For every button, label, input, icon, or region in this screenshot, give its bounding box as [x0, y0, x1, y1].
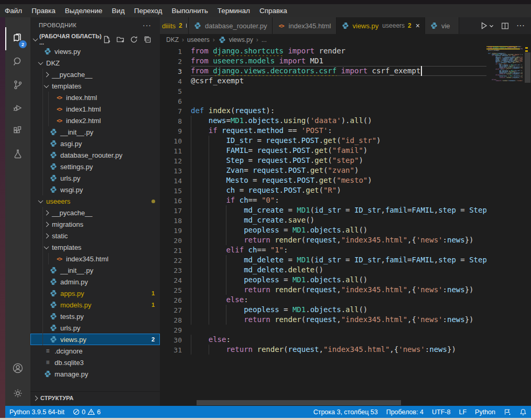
problems-status[interactable]: 0 6: [69, 406, 105, 418]
menu-item-6[interactable]: Выполнить: [167, 4, 212, 17]
encoding-status[interactable]: UTF-8: [428, 406, 454, 418]
menu-item-5[interactable]: Переход: [129, 4, 167, 17]
run-python-file-button[interactable]: [480, 21, 494, 30]
menu-item-4[interactable]: Вид: [107, 4, 129, 17]
eol-status[interactable]: LF: [454, 406, 471, 418]
tree-file-wsgi-py[interactable]: wsgi.py: [30, 184, 160, 195]
tree-file-tests-py[interactable]: tests.py: [30, 311, 160, 322]
tree-file-asgi-py[interactable]: asgi.py: [30, 138, 160, 149]
vertical-scrollbar-thumb[interactable]: [525, 52, 530, 83]
feedback-icon[interactable]: [500, 406, 515, 418]
code-line-22: 22 md_delete = MD1(id_str = ID_str,famil…: [160, 255, 486, 265]
notifications-bell-icon[interactable]: [515, 406, 531, 418]
line-number: 21: [160, 245, 182, 255]
menu-item-8[interactable]: Справка: [255, 4, 292, 17]
tab-index345.html[interactable]: <>index345.html: [273, 17, 337, 34]
tab-close-icon[interactable]: ×: [416, 21, 420, 30]
indent-guide: [209, 195, 209, 205]
tab-vie[interactable]: vie: [425, 17, 459, 34]
tree-file-urls-py[interactable]: urls.py: [30, 322, 160, 334]
code-line-5: 5: [160, 86, 486, 96]
tree-folder-DKZ[interactable]: DKZ: [30, 57, 160, 69]
outline-section-header[interactable]: СТРУКТУРА: [30, 391, 160, 404]
tree-file--init-py[interactable]: __init__.py: [30, 264, 160, 276]
code-editor[interactable]: 1from django.shortcuts import render2fro…: [160, 45, 531, 406]
tree-file-manage-py[interactable]: manage.py: [30, 368, 160, 380]
tree-file-index345-html[interactable]: <>index345.html: [30, 253, 160, 264]
breadcrumb-item-DKZ[interactable]: DKZ: [166, 36, 179, 43]
indentation-status[interactable]: Пробелов: 4: [382, 406, 428, 418]
tree-file-db-sqlite3[interactable]: ≡db.sqlite3: [30, 357, 160, 368]
menu-item-3[interactable]: Выделение: [60, 4, 107, 17]
tree-indent-guide: [42, 103, 43, 115]
tree-file-apps-py[interactable]: apps.py1: [30, 288, 160, 299]
tree-file-index1-html[interactable]: <>index1.html: [30, 103, 160, 115]
tree-folder-migrations[interactable]: migrations: [30, 218, 160, 230]
python-interpreter-status[interactable]: Python 3.9.5 64-bit: [5, 406, 69, 418]
indent-guide: [209, 225, 209, 235]
tree-folder-useeers[interactable]: useeers: [30, 195, 160, 207]
tree-indent-guide: [42, 149, 43, 161]
horizontal-scrollbar[interactable]: [160, 400, 524, 405]
account-icon[interactable]: [5, 357, 30, 380]
refresh-icon[interactable]: [130, 36, 138, 43]
chevron-right-icon: [44, 72, 49, 77]
tab-views.py[interactable]: views.pyuseeers2×: [337, 17, 425, 34]
collapse-all-icon[interactable]: [144, 36, 151, 43]
tree-file-database-roouter-py[interactable]: database_roouter.py: [30, 149, 160, 161]
search-icon[interactable]: [5, 50, 30, 73]
chevron-down-icon: [44, 244, 49, 249]
menu-item-2[interactable]: Правка: [27, 4, 60, 17]
menu-item-1[interactable]: Файл: [0, 4, 27, 17]
tree-file--dcignore[interactable]: ≡.dcignore: [30, 345, 160, 357]
tree-file-index-html[interactable]: <>index.html: [30, 92, 160, 103]
breadcrumb-item-views-py[interactable]: views.py: [229, 36, 253, 43]
tree-file-views-py[interactable]: views.py: [30, 46, 160, 57]
breadcrumb-item-useeers[interactable]: useeers: [187, 36, 210, 43]
tree-folder-templates[interactable]: templates: [30, 241, 160, 253]
tree-item-label: urls.py: [60, 174, 80, 182]
tree-folder-templates[interactable]: templates: [30, 80, 160, 92]
views-actions-icon[interactable]: ···: [143, 21, 151, 29]
tree-file-settings-py[interactable]: settings.py: [30, 161, 160, 172]
python-file-icon: [49, 139, 58, 148]
tab-database_roouter.py[interactable]: database_roouter.py: [189, 17, 273, 34]
testing-icon[interactable]: [5, 142, 30, 165]
split-editor-button[interactable]: [501, 22, 509, 30]
html-file-icon: <>: [55, 116, 63, 125]
minimap[interactable]: from django.shortcuts import renderfrom …: [486, 45, 524, 406]
new-file-icon[interactable]: [103, 36, 111, 43]
tree-file-urls-py[interactable]: urls.py: [30, 172, 160, 184]
workspace-section-header[interactable]: (РАБОЧАЯ ОБЛАСТЬ) ...: [30, 33, 160, 46]
breadcrumb-item--[interactable]: ...: [262, 36, 267, 43]
tree-file-admin-py[interactable]: admin.py: [30, 276, 160, 288]
indent-guide: [209, 285, 209, 295]
tree-item-label: index345.html: [66, 255, 109, 263]
horizontal-scrollbar-thumb[interactable]: [197, 400, 401, 405]
vertical-scrollbar[interactable]: [524, 45, 531, 406]
tree-file-models-py[interactable]: models.py1: [30, 299, 160, 311]
chevron-down-icon: [38, 60, 44, 65]
more-actions-icon[interactable]: ···: [516, 21, 525, 30]
tree-file-views-py[interactable]: views.py2: [30, 334, 160, 345]
tree-folder-static[interactable]: static: [30, 230, 160, 241]
chevron-right-icon: [44, 210, 49, 215]
menu-item-7[interactable]: Терминал: [213, 4, 255, 17]
warnings-icon: [88, 408, 95, 415]
language-mode-status[interactable]: Python: [471, 406, 500, 418]
file-tree: views.pyDKZ__pycache__templates<>index.h…: [30, 46, 160, 380]
source-control-icon[interactable]: [5, 73, 30, 96]
indent-guide: [191, 295, 191, 305]
tab-diiits[interactable]: diiits2: [160, 17, 189, 34]
cursor-position-status[interactable]: Строка 3, столбец 53: [309, 406, 382, 418]
settings-gear-icon[interactable]: [5, 382, 30, 405]
tree-folder--pycache-[interactable]: __pycache__: [30, 69, 160, 80]
tree-folder--pycache-[interactable]: __pycache__: [30, 207, 160, 218]
new-folder-icon[interactable]: [116, 36, 124, 43]
tree-file--init-py[interactable]: __init__.py: [30, 126, 160, 138]
tree-file-index2-html[interactable]: <>index2.html: [30, 115, 160, 126]
explorer-icon[interactable]: 2: [5, 27, 30, 50]
run-debug-icon[interactable]: [5, 96, 30, 119]
text-file-icon: ≡: [44, 358, 52, 367]
extensions-icon[interactable]: [5, 119, 30, 142]
